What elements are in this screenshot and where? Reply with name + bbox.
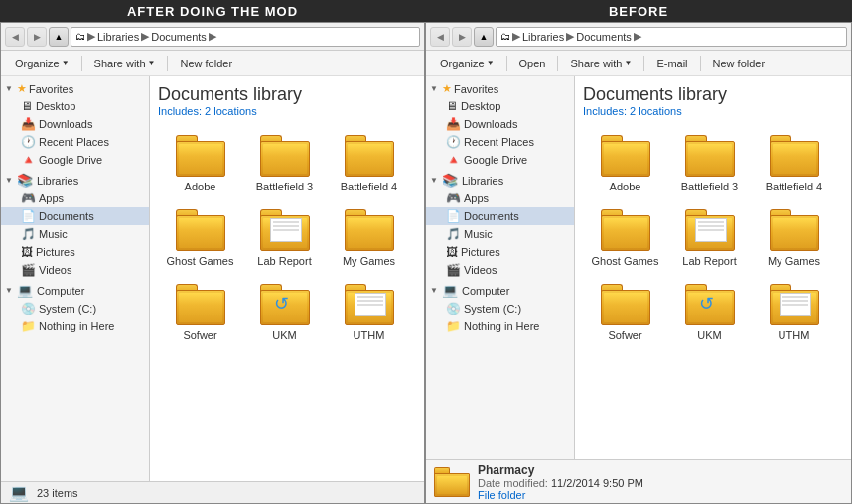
desktop-label: Desktop (36, 100, 75, 112)
file-battlefield4[interactable]: Battlefield 4 (327, 129, 411, 199)
right-file-mygames[interactable]: My Games (752, 203, 836, 274)
right-comp-arrow: ▼ (430, 286, 440, 295)
right-sidebar-gdrive[interactable]: 🔺 Google Drive (426, 151, 574, 169)
right-sidebar-systemc[interactable]: 💿 System (C:) (426, 300, 574, 317)
right-file-uthm[interactable]: UTHM (752, 278, 836, 348)
back-button[interactable]: ◀ (5, 27, 25, 47)
folder-paper (270, 218, 302, 242)
paper-line (782, 300, 808, 302)
file-uthm[interactable]: UTHM (327, 278, 411, 348)
right-nothing-label: Nothing in Here (464, 320, 539, 332)
sidebar-item-apps[interactable]: 🎮 Apps (1, 189, 149, 207)
new-folder-label: New folder (180, 58, 232, 69)
right-sidebar-documents[interactable]: 📄 Documents (426, 207, 574, 225)
right-sidebar-recent[interactable]: 🕐 Recent Places (426, 133, 574, 151)
file-label-uthm: UTHM (354, 329, 385, 342)
sidebar-item-pictures[interactable]: 🖼 Pictures (1, 243, 149, 261)
favorites-header[interactable]: ▼ ★ Favorites (1, 80, 149, 97)
left-files-area: Documents library Includes: 2 locations … (150, 76, 424, 481)
right-open-button[interactable]: Open (511, 53, 554, 74)
file-my-games[interactable]: My Games (327, 203, 411, 274)
right-fav-label: Favorites (454, 83, 498, 95)
right-file-ghost[interactable]: Ghost Games (583, 203, 667, 274)
right-forward-button[interactable]: ▶ (452, 27, 472, 47)
right-file-adobe[interactable]: Adobe (583, 129, 667, 199)
right-file-bf4[interactable]: Battlefield 4 (752, 129, 836, 199)
folder-body (345, 290, 394, 325)
right-computer-header[interactable]: ▼ 💻 Computer (426, 281, 574, 300)
right-file-ukm[interactable]: ↺ UKM (667, 278, 752, 348)
right-sidebar-downloads[interactable]: 📥 Downloads (426, 115, 574, 133)
folder-img-mygames (345, 209, 394, 251)
right-file-sofwer[interactable]: Sofwer (583, 278, 667, 348)
right-files-grid: Adobe Battlefield 3 (583, 129, 843, 353)
address-path[interactable]: 🗂 ▶ Libraries ▶ Documents ▶ (71, 27, 420, 47)
right-path-libraries[interactable]: Libraries (522, 31, 564, 43)
paper-line (357, 300, 383, 302)
new-folder-button[interactable]: New folder (172, 53, 240, 74)
right-organize-button[interactable]: Organize ▼ (432, 53, 502, 74)
right-favorites-header[interactable]: ▼ ★ Favorites (426, 80, 574, 97)
file-ukm[interactable]: ↺ UKM (242, 278, 327, 348)
folder-body (260, 141, 310, 177)
sidebar-item-recent-places[interactable]: 🕐 Recent Places (1, 133, 149, 151)
right-toolbar-sep3 (643, 56, 644, 71)
forward-button[interactable]: ▶ (27, 27, 47, 47)
right-sidebar: ▼ ★ Favorites 🖥 Desktop 📥 Downloads 🕐 Re… (426, 76, 575, 459)
sidebar-item-desktop[interactable]: 🖥 Desktop (1, 97, 149, 115)
path-libraries[interactable]: Libraries (97, 31, 139, 43)
right-file-lab[interactable]: Lab Report (667, 203, 752, 274)
right-file-bf3[interactable]: Battlefield 3 (667, 129, 752, 199)
right-address-path[interactable]: 🗂 ▶ Libraries ▶ Documents ▶ (496, 27, 847, 47)
right-docs-label: Documents (464, 210, 519, 222)
sidebar-item-system-c[interactable]: 💿 System (C:) (1, 300, 149, 317)
organize-button[interactable]: Organize ▼ (7, 53, 77, 74)
path-icon: 🗂 (75, 31, 85, 42)
right-sidebar-music[interactable]: 🎵 Music (426, 225, 574, 243)
right-music-icon: 🎵 (446, 227, 461, 241)
file-label-sofwer: Sofwer (183, 329, 216, 342)
locations-link[interactable]: 2 locations (205, 105, 257, 117)
share-with-button[interactable]: Share with ▼ (86, 53, 164, 74)
file-adobe[interactable]: Adobe (158, 129, 242, 199)
right-libraries-header[interactable]: ▼ 📚 Libraries (426, 171, 574, 189)
music-label: Music (39, 228, 68, 240)
right-lib-arrow: ▼ (430, 176, 440, 185)
file-battlefield3[interactable]: Battlefield 3 (242, 129, 327, 199)
file-label-adobe: Adobe (185, 181, 216, 193)
nothing-icon: 📁 (21, 319, 36, 333)
right-sidebar-pictures[interactable]: 🖼 Pictures (426, 243, 574, 261)
right-up-button[interactable]: ▲ (474, 27, 494, 47)
folder-inner (773, 144, 816, 174)
sidebar-item-downloads[interactable]: 📥 Downloads (1, 115, 149, 133)
path-documents[interactable]: Documents (151, 31, 207, 43)
paper-line (698, 221, 724, 223)
right-email-button[interactable]: E-mail (648, 53, 695, 74)
right-locations-link[interactable]: 2 locations (630, 105, 682, 117)
right-sidebar-apps[interactable]: 🎮 Apps (426, 189, 574, 207)
right-back-button[interactable]: ◀ (430, 27, 450, 47)
right-lib-icon: 📚 (442, 173, 458, 188)
sidebar-item-google-drive[interactable]: 🔺 Google Drive (1, 151, 149, 169)
sidebar-item-documents[interactable]: 📄 Documents (1, 207, 149, 225)
libraries-label: Libraries (37, 175, 78, 187)
file-lab-report[interactable]: Lab Report (242, 203, 327, 274)
libraries-header[interactable]: ▼ 📚 Libraries (1, 171, 149, 189)
right-toolbar-sep2 (557, 56, 558, 71)
file-sofwer[interactable]: Sofwer (158, 278, 242, 348)
favorites-label: Favorites (29, 83, 73, 95)
right-sidebar-desktop[interactable]: 🖥 Desktop (426, 97, 574, 115)
right-sidebar-nothing[interactable]: 📁 Nothing in Here (426, 317, 574, 335)
sidebar-item-music[interactable]: 🎵 Music (1, 225, 149, 243)
right-new-folder-button[interactable]: New folder (705, 53, 774, 74)
computer-header[interactable]: ▼ 💻 Computer (1, 281, 149, 300)
up-button[interactable]: ▲ (49, 27, 69, 47)
right-sidebar-videos[interactable]: 🎬 Videos (426, 261, 574, 279)
right-share-with-button[interactable]: Share with ▼ (562, 53, 639, 74)
file-ghost-games[interactable]: Ghost Games (158, 203, 242, 274)
folder-img-uthm (345, 284, 394, 325)
sidebar-item-nothing[interactable]: 📁 Nothing in Here (1, 317, 149, 335)
sidebar-item-videos[interactable]: 🎬 Videos (1, 261, 149, 279)
right-path-documents[interactable]: Documents (576, 31, 632, 43)
paper-line (273, 225, 299, 227)
